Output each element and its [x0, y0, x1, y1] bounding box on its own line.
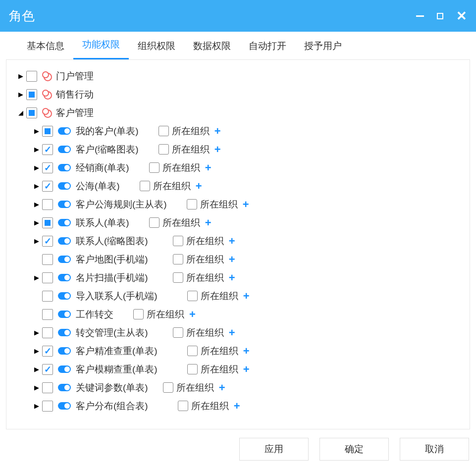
org-checkbox[interactable]: [187, 291, 198, 301]
toggle-switch[interactable]: [58, 237, 71, 245]
cancel-button[interactable]: 取消: [400, 438, 469, 461]
tab-auto-open[interactable]: 自动打开: [240, 40, 295, 59]
expand-icon[interactable]: ◢: [15, 109, 26, 116]
add-icon[interactable]: +: [229, 326, 235, 339]
tree-node: ▶ 经销商(单表) 所在组织 +: [11, 158, 465, 177]
checkbox[interactable]: [42, 236, 53, 247]
org-checkbox[interactable]: [133, 309, 144, 319]
expand-icon[interactable]: ▶: [31, 274, 42, 281]
checkbox[interactable]: [42, 364, 53, 375]
expand-icon[interactable]: ▶: [31, 347, 42, 355]
ok-button[interactable]: 确定: [319, 438, 389, 461]
checkbox[interactable]: [42, 309, 53, 320]
org-checkbox[interactable]: [187, 199, 197, 209]
toggle-switch[interactable]: [58, 347, 71, 355]
close-icon[interactable]: ✕: [456, 9, 467, 22]
checkbox[interactable]: [42, 181, 53, 192]
checkbox[interactable]: [42, 199, 53, 210]
minimize-icon[interactable]: [416, 15, 424, 17]
checkbox[interactable]: [42, 126, 53, 137]
toggle-switch[interactable]: [58, 127, 71, 135]
expand-icon[interactable]: ▶: [31, 146, 42, 153]
add-icon[interactable]: +: [189, 308, 196, 321]
org-checkbox[interactable]: [149, 162, 159, 173]
add-icon[interactable]: +: [243, 290, 250, 303]
checkbox[interactable]: [42, 272, 53, 283]
add-icon[interactable]: +: [243, 363, 250, 376]
toggle-switch[interactable]: [58, 365, 71, 373]
checkbox[interactable]: [42, 327, 53, 338]
checkbox[interactable]: [26, 71, 37, 82]
checkbox[interactable]: [42, 401, 53, 412]
add-icon[interactable]: +: [234, 400, 240, 413]
add-icon[interactable]: +: [205, 216, 212, 229]
toggle-switch[interactable]: [58, 201, 71, 208]
checkbox[interactable]: [42, 291, 53, 302]
add-icon[interactable]: +: [214, 125, 221, 138]
add-icon[interactable]: +: [229, 271, 235, 284]
org-label: 所在组织: [191, 400, 229, 413]
checkbox[interactable]: [42, 382, 53, 393]
org-checkbox[interactable]: [173, 236, 183, 246]
expand-icon[interactable]: ▶: [15, 72, 26, 80]
add-icon[interactable]: +: [214, 143, 221, 156]
checkbox[interactable]: [42, 346, 53, 357]
toggle-switch[interactable]: [58, 311, 71, 318]
add-icon[interactable]: +: [229, 253, 235, 266]
add-icon[interactable]: +: [196, 180, 202, 193]
toggle-switch[interactable]: [58, 274, 71, 281]
tab-grant-user[interactable]: 授予用户: [295, 40, 351, 59]
expand-icon[interactable]: ▶: [31, 384, 42, 391]
checkbox[interactable]: [42, 254, 53, 265]
expand-icon[interactable]: ▶: [31, 164, 42, 171]
expand-icon[interactable]: ▶: [31, 237, 42, 245]
org-checkbox[interactable]: [173, 272, 183, 283]
expand-icon[interactable]: ▶: [31, 219, 42, 226]
org-checkbox[interactable]: [187, 346, 198, 356]
expand-icon[interactable]: ▶: [31, 127, 42, 135]
org-checkbox[interactable]: [149, 217, 159, 228]
expand-icon[interactable]: ▶: [31, 365, 42, 373]
apply-button[interactable]: 应用: [239, 438, 309, 461]
org-checkbox[interactable]: [163, 382, 173, 393]
checkbox[interactable]: [26, 89, 37, 100]
expand-icon[interactable]: ▶: [15, 91, 26, 98]
tab-data-perm[interactable]: 数据权限: [184, 40, 240, 59]
tree-node: ▶ 导入联系人(手机端) 所在组织 +: [11, 287, 465, 305]
checkbox[interactable]: [26, 107, 37, 118]
toggle-switch[interactable]: [58, 292, 71, 300]
maximize-icon[interactable]: [437, 13, 443, 19]
tab-org-perm[interactable]: 组织权限: [129, 40, 184, 59]
toggle-switch[interactable]: [58, 329, 71, 336]
checkbox[interactable]: [42, 162, 53, 173]
checkbox[interactable]: [42, 144, 53, 155]
expand-icon[interactable]: ▶: [31, 402, 42, 410]
toggle-switch[interactable]: [58, 256, 71, 263]
toggle-switch[interactable]: [58, 164, 71, 171]
toggle-switch[interactable]: [58, 182, 71, 190]
org-checkbox[interactable]: [159, 126, 169, 136]
expand-icon[interactable]: ▶: [31, 201, 42, 208]
checkbox[interactable]: [42, 217, 53, 228]
expand-icon[interactable]: ▶: [31, 329, 42, 336]
org-checkbox[interactable]: [159, 144, 169, 155]
org-checkbox[interactable]: [140, 181, 150, 191]
add-icon[interactable]: +: [243, 198, 249, 211]
add-icon[interactable]: +: [205, 161, 212, 174]
tree-node: ▶ 客户公海规则(主从表) 所在组织 +: [11, 195, 465, 213]
add-icon[interactable]: +: [219, 381, 225, 394]
org-checkbox[interactable]: [173, 254, 183, 264]
org-checkbox[interactable]: [187, 364, 198, 374]
toggle-switch[interactable]: [58, 219, 71, 226]
toggle-switch[interactable]: [58, 402, 71, 410]
add-icon[interactable]: +: [229, 235, 235, 248]
tab-function-perm[interactable]: 功能权限: [73, 38, 129, 59]
toggle-switch[interactable]: [58, 384, 71, 391]
node-label: 公海(单表): [76, 180, 120, 193]
org-checkbox[interactable]: [173, 327, 183, 338]
tab-basic[interactable]: 基本信息: [18, 40, 73, 59]
expand-icon[interactable]: ▶: [31, 182, 42, 190]
toggle-switch[interactable]: [58, 146, 71, 153]
org-checkbox[interactable]: [178, 401, 188, 411]
add-icon[interactable]: +: [243, 345, 250, 358]
